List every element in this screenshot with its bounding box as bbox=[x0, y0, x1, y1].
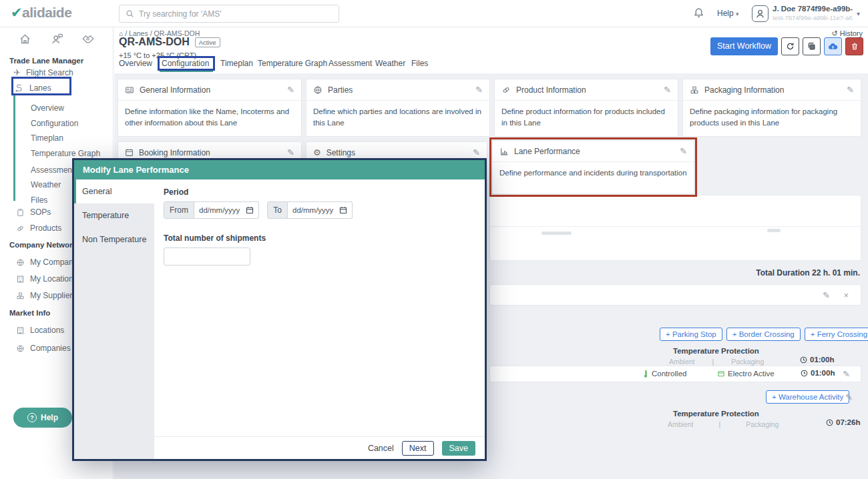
edit-pencil-icon[interactable]: ✎ bbox=[287, 147, 294, 157]
add-parking-stop-button[interactable]: + Parking Stop bbox=[660, 328, 722, 341]
id-card-icon bbox=[125, 85, 134, 95]
copy-button[interactable] bbox=[803, 37, 821, 55]
history-icon: ↺ bbox=[831, 29, 837, 37]
sidebar-item-overview[interactable]: Overview bbox=[31, 103, 64, 113]
bell-icon[interactable] bbox=[693, 7, 704, 19]
sidebar-item-sops[interactable]: SOPs bbox=[16, 207, 51, 217]
edit-pencil-icon[interactable]: ✎ bbox=[475, 85, 483, 95]
total-shipments-label: Total number of shipments bbox=[164, 233, 475, 243]
edit-pencil-icon[interactable]: ✎ bbox=[680, 146, 687, 156]
refresh-button[interactable] bbox=[781, 37, 799, 55]
edit-pencil-icon[interactable]: ✎ bbox=[664, 85, 671, 95]
next-button[interactable]: Next bbox=[402, 441, 434, 456]
modal-footer: Cancel Next Save bbox=[154, 436, 485, 459]
tab-timeplan[interactable]: Timeplan bbox=[220, 59, 253, 68]
chart-icon bbox=[499, 147, 509, 156]
history-label: History bbox=[840, 29, 863, 37]
user-menu-caret-icon[interactable]: ▾ bbox=[857, 10, 860, 17]
cancel-button[interactable]: Cancel bbox=[368, 444, 394, 453]
controlled-label: Controlled bbox=[652, 370, 686, 378]
sidebar-item-configuration[interactable]: Configuration bbox=[31, 119, 78, 128]
temperature-protection-title: Temperature Protection bbox=[673, 347, 759, 355]
modal-tab-general[interactable]: General bbox=[74, 179, 154, 203]
add-ferry-crossing-button[interactable]: + Ferry Crossing bbox=[805, 328, 868, 341]
package-icon bbox=[717, 370, 725, 378]
card-title: Product Information bbox=[516, 85, 658, 95]
to-date-input[interactable]: dd/mm/yyyy bbox=[288, 201, 353, 219]
sidebar-item-my-company[interactable]: My Company bbox=[16, 258, 77, 267]
tab-temperature-graph[interactable]: Temperature Graph bbox=[258, 59, 327, 68]
help-menu[interactable]: Help ▾ bbox=[717, 9, 739, 18]
sidebar-item-files[interactable]: Files bbox=[31, 195, 47, 205]
edit-pencil-icon[interactable]: ✎ bbox=[823, 290, 830, 300]
sidebar-item-products[interactable]: Products bbox=[16, 223, 61, 233]
add-border-crossing-button[interactable]: + Border Crossing bbox=[726, 328, 801, 341]
page-title: QR-AMS-DOH bbox=[119, 36, 190, 48]
start-workflow-button[interactable]: Start Workflow bbox=[710, 37, 778, 55]
sidebar-item-label: Flight Search bbox=[26, 68, 73, 77]
edit-pencil-icon[interactable]: ✎ bbox=[473, 147, 480, 157]
card-title: Packaging Information bbox=[704, 85, 841, 95]
header-actions: Start Workflow bbox=[710, 37, 863, 55]
sidebar-item-locations[interactable]: Locations bbox=[16, 326, 64, 335]
total-shipments-input[interactable] bbox=[164, 248, 250, 266]
save-button[interactable]: Save bbox=[442, 441, 476, 456]
status-badge: Active bbox=[195, 37, 220, 47]
card-description: Define performance and incidents during … bbox=[493, 162, 694, 184]
edit-pencil-icon[interactable]: ✎ bbox=[847, 85, 854, 95]
sidebar-item-timeplan[interactable]: Timeplan bbox=[31, 133, 63, 143]
sidebar-item-my-suppliers[interactable]: My Suppliers bbox=[16, 291, 76, 300]
tab-weather[interactable]: Weather bbox=[375, 59, 405, 68]
topbar: ✔alidaide Help ▾ J. Doe 7874f99e-a99b-11… bbox=[0, 0, 868, 27]
sidebar-item-my-locations[interactable]: My Locations bbox=[16, 274, 77, 284]
tab-configuration[interactable]: Configuration bbox=[162, 59, 209, 68]
globe-icon bbox=[16, 344, 25, 353]
pills-icon bbox=[501, 85, 511, 95]
close-icon[interactable]: × bbox=[843, 290, 849, 300]
total-duration: Total Duration 22 h. 01 min. bbox=[756, 268, 860, 278]
boxes-icon bbox=[16, 292, 25, 300]
add-warehouse-activity-button[interactable]: + Warehouse Activity bbox=[766, 390, 849, 404]
sidebar-item-companies[interactable]: Companies bbox=[16, 344, 71, 353]
temperature-protection-row: Controlled Electro Active 01:00h ✎ bbox=[489, 366, 861, 382]
from-date-input[interactable]: dd/mm/yyyy bbox=[194, 201, 259, 219]
sidebar-item-lanes[interactable]: Lanes bbox=[15, 83, 51, 93]
delete-button[interactable] bbox=[845, 37, 863, 55]
sidebar-item-temperature-graph[interactable]: Temperature Graph bbox=[31, 149, 100, 158]
electro-active-label: Electro Active bbox=[728, 370, 775, 378]
modal-tab-non-temperature[interactable]: Non Temperature bbox=[74, 227, 154, 252]
modal-tab-temperature[interactable]: Temperature bbox=[74, 203, 154, 227]
sidebar-item-flight-search[interactable]: ✈ Flight Search bbox=[13, 67, 73, 77]
tab-overview[interactable]: Overview bbox=[119, 59, 152, 68]
timeplan-row: ✎ × bbox=[489, 284, 861, 306]
search-input[interactable] bbox=[139, 9, 333, 19]
sidebar-item-assessment[interactable]: Assessment bbox=[31, 165, 74, 175]
edit-pencil-icon[interactable]: ✎ bbox=[845, 392, 853, 402]
support-agent-icon[interactable] bbox=[51, 33, 63, 45]
question-icon: ? bbox=[27, 413, 37, 422]
date-placeholder: dd/mm/yyyy bbox=[199, 206, 240, 214]
edit-pencil-icon[interactable]: ✎ bbox=[843, 369, 850, 379]
user-avatar[interactable] bbox=[752, 5, 769, 22]
user-name[interactable]: J. Doe 7874f99e-a99b-11... bbox=[773, 5, 853, 13]
period-label: Period bbox=[164, 187, 475, 197]
sidebar-item-label: My Company bbox=[30, 258, 77, 267]
sidebar-item-weather[interactable]: Weather bbox=[31, 180, 61, 189]
app-window: ✔alidaide Help ▾ J. Doe 7874f99e-a99b-11… bbox=[0, 0, 868, 479]
from-date-group: From dd/mm/yyyy bbox=[164, 201, 259, 219]
home-icon[interactable] bbox=[19, 33, 31, 45]
clock-icon bbox=[801, 370, 808, 377]
sidebar-item-label: Lanes bbox=[29, 83, 51, 93]
add-activity-buttons: + Parking Stop + Border Crossing + Ferry… bbox=[660, 328, 868, 341]
card-packaging-information: Packaging Information ✎ Define packaging… bbox=[682, 79, 861, 137]
help-button[interactable]: ? Help bbox=[13, 408, 72, 428]
user-subtext: test-7874f99e-a99b-11e7-a61... bbox=[773, 14, 853, 21]
edit-pencil-icon[interactable]: ✎ bbox=[287, 85, 294, 95]
modal-tab-list: General Temperature Non Temperature bbox=[74, 179, 154, 459]
cloud-upload-button[interactable] bbox=[824, 37, 842, 55]
logo-text: alidaide bbox=[22, 5, 71, 20]
handshake-icon[interactable] bbox=[81, 33, 95, 45]
tab-files[interactable]: Files bbox=[411, 59, 428, 68]
tab-assessment[interactable]: Assessment bbox=[329, 59, 372, 68]
globe-icon bbox=[313, 85, 322, 95]
